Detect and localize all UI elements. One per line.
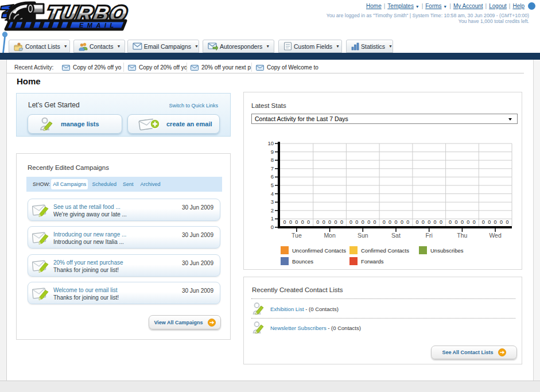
svg-text:0: 0 (449, 219, 452, 225)
svg-text:5: 5 (271, 182, 274, 188)
svg-text:0: 0 (271, 224, 274, 230)
svg-text:0: 0 (500, 219, 503, 225)
svg-text:0: 0 (316, 219, 319, 225)
svg-text:0: 0 (434, 219, 437, 225)
svg-text:3: 3 (271, 199, 274, 205)
svg-text:0: 0 (355, 219, 358, 225)
svg-text:0: 0 (394, 219, 397, 225)
svg-text:6: 6 (271, 173, 274, 180)
svg-text:0: 0 (415, 219, 418, 225)
svg-text:0: 0 (383, 219, 386, 225)
svg-text:0: 0 (295, 219, 298, 225)
svg-text:Sun: Sun (358, 232, 368, 239)
svg-text:0: 0 (473, 219, 476, 225)
svg-text:0: 0 (283, 219, 286, 225)
svg-text:0: 0 (323, 219, 325, 225)
svg-text:Wed: Wed (489, 232, 502, 239)
svg-text:0: 0 (374, 219, 376, 225)
svg-text:0: 0 (349, 219, 352, 225)
svg-text:0: 0 (367, 219, 370, 225)
svg-text:Tue: Tue (292, 232, 302, 239)
svg-text:7: 7 (271, 165, 274, 172)
svg-text:0: 0 (289, 219, 292, 225)
svg-text:0: 0 (362, 219, 364, 225)
svg-text:0: 0 (440, 219, 442, 225)
svg-text:10: 10 (267, 140, 274, 146)
svg-text:1: 1 (271, 215, 274, 222)
svg-text:0: 0 (467, 219, 469, 225)
svg-text:Sat: Sat (391, 232, 401, 239)
svg-text:Forwards: Forwards (361, 258, 384, 265)
svg-text:EMAIL: EMAIL (79, 22, 118, 29)
svg-text:0: 0 (340, 219, 343, 225)
svg-text:0: 0 (428, 219, 430, 225)
svg-text:Bounces: Bounces (292, 258, 313, 265)
svg-text:Unsubscribes: Unsubscribes (430, 247, 464, 254)
svg-text:0: 0 (488, 219, 491, 225)
svg-text:Thu: Thu (457, 232, 467, 239)
svg-text:Fri: Fri (426, 232, 433, 239)
svg-text:0: 0 (401, 219, 403, 225)
svg-text:9: 9 (271, 149, 274, 155)
svg-text:0: 0 (422, 219, 425, 225)
svg-text:0: 0 (307, 219, 310, 225)
svg-text:0: 0 (461, 219, 464, 225)
svg-text:0: 0 (334, 219, 337, 225)
svg-text:4: 4 (271, 191, 274, 197)
svg-text:0: 0 (482, 219, 485, 225)
svg-text:0: 0 (506, 219, 508, 225)
svg-text:Confirmed Contacts: Confirmed Contacts (361, 247, 409, 254)
svg-text:0: 0 (454, 219, 457, 225)
svg-text:Unconfirmed Contacts: Unconfirmed Contacts (292, 247, 346, 254)
svg-text:2: 2 (271, 207, 274, 214)
svg-text:0: 0 (389, 219, 391, 225)
svg-text:0: 0 (301, 219, 304, 225)
svg-text:Mon: Mon (324, 232, 336, 239)
svg-text:0: 0 (494, 219, 497, 225)
svg-text:0: 0 (406, 219, 409, 225)
svg-text:0: 0 (328, 219, 331, 225)
svg-text:8: 8 (271, 157, 274, 163)
